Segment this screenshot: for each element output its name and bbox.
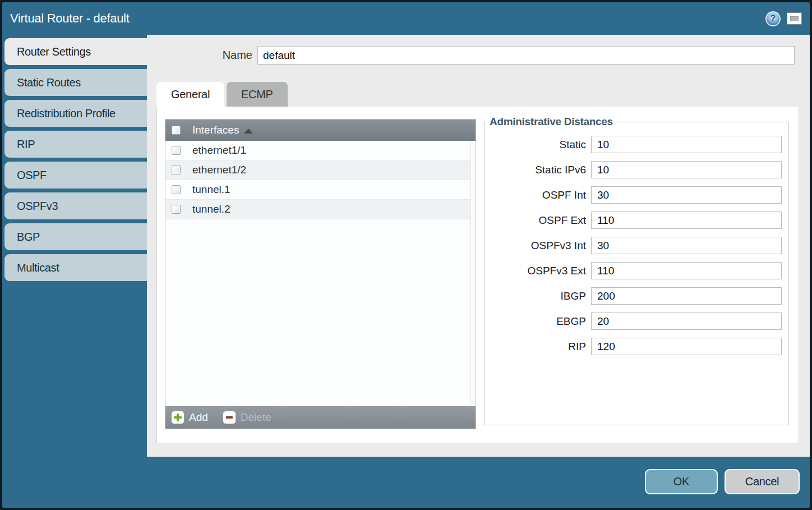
field-row: OSPFv3 Int (485, 237, 788, 254)
interfaces-table-header[interactable]: Interfaces (165, 120, 476, 141)
select-all-checkbox[interactable] (172, 126, 181, 135)
row-checkbox-cell (165, 200, 187, 219)
field-row: OSPF Ext (485, 212, 788, 229)
interface-name: tunnel.1 (192, 183, 230, 196)
window-icon[interactable] (787, 12, 802, 25)
interface-name: ethernet1/2 (192, 164, 246, 176)
ospf-int-field[interactable] (591, 186, 782, 204)
row-checkbox[interactable] (172, 205, 181, 214)
ibgp-field[interactable] (591, 287, 782, 305)
name-row: Name (147, 46, 810, 65)
name-label: Name (147, 49, 257, 62)
ospf-ext-label: OSPF Ext (485, 214, 591, 227)
table-row[interactable]: ethernet1/2 (165, 160, 470, 180)
interfaces-table: Interfaces ethernet1/1 ethernet (165, 119, 476, 429)
delete-minus-icon (223, 411, 236, 424)
ospfv3-int-field[interactable] (591, 237, 782, 254)
title-bar: Virtual Router - default ? (2, 2, 810, 35)
add-button-label: Add (189, 411, 208, 424)
general-tab-panel: Interfaces ethernet1/1 ethernet (156, 107, 799, 443)
static-ipv6-label: Static IPv6 (485, 164, 591, 176)
header-checkbox-cell (165, 120, 187, 141)
tab-label: ECMP (241, 88, 273, 101)
administrative-distances-fieldset: Administrative Distances Static Static I… (484, 116, 789, 425)
ebgp-field[interactable] (591, 313, 782, 330)
table-row[interactable]: ethernet1/1 (165, 141, 470, 160)
field-row: Static (485, 136, 788, 153)
administrative-distances-legend: Administrative Distances (487, 116, 616, 128)
name-input[interactable] (257, 46, 795, 65)
sidebar-item-label: OSPFv3 (17, 200, 58, 213)
field-row: OSPFv3 Ext (485, 262, 788, 279)
sidebar-item-label: Multicast (17, 261, 59, 274)
sidebar-item-label: Static Routes (17, 76, 81, 89)
sidebar-item-router-settings[interactable]: Router Settings (4, 38, 147, 65)
ospfv3-ext-field[interactable] (591, 262, 782, 279)
ibgp-label: IBGP (485, 290, 591, 302)
sidebar-item-static-routes[interactable]: Static Routes (4, 69, 147, 96)
field-row: Static IPv6 (485, 161, 788, 178)
table-row[interactable]: tunnel.2 (165, 200, 470, 219)
dialog-title: Virtual Router - default (10, 11, 765, 26)
row-checkbox[interactable] (172, 166, 181, 174)
delete-button[interactable]: Delete (223, 411, 271, 424)
sidebar-item-label: Redistribution Profile (17, 107, 116, 120)
sidebar-item-ospfv3[interactable]: OSPFv3 (4, 192, 147, 219)
window-icon-inner (790, 16, 799, 21)
sidebar-item-redistribution-profile[interactable]: Redistribution Profile (4, 100, 147, 127)
titlebar-icons: ? (765, 11, 802, 26)
sidebar-item-multicast[interactable]: Multicast (4, 254, 147, 281)
sort-ascending-icon (244, 128, 253, 134)
delete-button-label: Delete (241, 411, 271, 424)
sidebar-nav: Router Settings Static Routes Redistribu… (4, 38, 147, 285)
interfaces-column-header[interactable]: Interfaces (192, 124, 239, 136)
ospfv3-int-label: OSPFv3 Int (485, 240, 591, 252)
row-checkbox-cell (165, 141, 187, 160)
row-checkbox[interactable] (172, 146, 181, 155)
field-row: RIP (485, 338, 788, 355)
tab-general[interactable]: General (156, 82, 224, 107)
ebgp-label: EBGP (485, 315, 591, 328)
sidebar-item-label: Router Settings (17, 45, 91, 58)
row-checkbox-cell (165, 180, 187, 199)
sidebar-item-label: BGP (17, 231, 40, 243)
interface-name: tunnel.2 (192, 203, 230, 215)
static-label: Static (485, 139, 591, 151)
add-button[interactable]: Add (171, 411, 208, 424)
content-area: Name General ECMP Interfaces (147, 35, 810, 457)
cancel-button[interactable]: Cancel (725, 469, 800, 494)
table-scrollbar[interactable] (470, 141, 476, 406)
ospfv3-ext-label: OSPFv3 Ext (485, 265, 591, 277)
static-ipv6-field[interactable] (591, 161, 782, 178)
sidebar-item-ospf[interactable]: OSPF (4, 162, 147, 189)
sidebar-item-label: OSPF (17, 169, 47, 182)
static-field[interactable] (591, 136, 782, 153)
table-row[interactable]: tunnel.1 (165, 180, 470, 200)
row-checkbox-cell (165, 160, 187, 180)
virtual-router-dialog: Virtual Router - default ? Router Settin… (0, 0, 812, 510)
ospf-int-label: OSPF Int (485, 189, 591, 201)
help-icon[interactable]: ? (765, 11, 781, 26)
interface-name: ethernet1/1 (192, 144, 246, 157)
tab-ecmp[interactable]: ECMP (227, 82, 288, 107)
interfaces-rows: ethernet1/1 ethernet1/2 tunnel.1 (165, 141, 470, 406)
tab-label: General (171, 88, 210, 101)
table-footer: Add Delete (165, 406, 476, 429)
sidebar-item-rip[interactable]: RIP (4, 131, 147, 158)
tab-strip: General ECMP (156, 82, 288, 107)
ok-button[interactable]: OK (645, 469, 718, 494)
field-row: EBGP (485, 313, 788, 330)
field-row: IBGP (485, 287, 788, 305)
rip-field[interactable] (591, 338, 782, 355)
row-checkbox[interactable] (172, 185, 181, 194)
sidebar-item-bgp[interactable]: BGP (4, 223, 147, 250)
sidebar-item-label: RIP (17, 138, 35, 151)
rip-label: RIP (485, 341, 591, 353)
add-plus-icon (171, 411, 184, 424)
ospf-ext-field[interactable] (591, 212, 782, 229)
field-row: OSPF Int (485, 186, 788, 204)
